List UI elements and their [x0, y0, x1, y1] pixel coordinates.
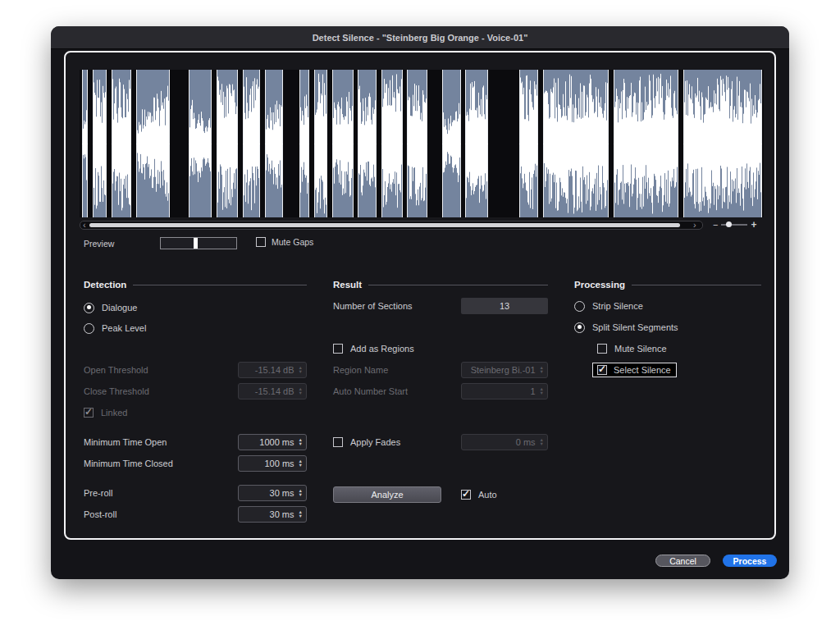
linked-checkbox: Linked — [84, 404, 307, 421]
analyze-button[interactable]: Analyze — [333, 486, 441, 503]
select-silence-checkbox[interactable]: Select Silence — [597, 362, 761, 378]
result-section: Result Number of Sections 13 Add as Regi… — [333, 279, 548, 503]
divider — [632, 285, 761, 285]
detection-section: Detection Dialogue Peak Level Open Thres… — [84, 279, 307, 523]
zoom-slider-thumb[interactable] — [726, 221, 732, 227]
analyze-row: Analyze Auto — [333, 486, 548, 503]
scroll-right-icon[interactable]: › — [693, 219, 696, 231]
divider — [133, 285, 307, 285]
open-threshold-row: Open Threshold -15.14 dB ▲▼ — [84, 361, 307, 379]
spinner-arrows-icon[interactable]: ▲▼ — [299, 459, 303, 467]
apply-fades-label: Apply Fades — [350, 437, 400, 447]
title-bar[interactable]: Detect Silence - "Steinberg Big Orange -… — [51, 26, 789, 49]
linked-label: Linked — [101, 408, 127, 418]
number-of-sections-label: Number of Sections — [333, 301, 413, 311]
auto-checkbox[interactable]: Auto — [461, 486, 497, 503]
scrollbar-thumb[interactable] — [89, 223, 680, 227]
checkbox-icon — [256, 237, 266, 247]
zoom-control: − + — [713, 219, 764, 231]
minimum-time-closed-field[interactable]: 100 ms ▲▼ — [238, 455, 307, 472]
close-threshold-row: Close Threshold -15.14 dB ▲▼ — [84, 382, 307, 400]
processing-section: Processing Strip Silence Split Silent Se… — [574, 279, 761, 378]
radio-icon — [84, 323, 94, 334]
waveform-canvas — [80, 70, 764, 217]
close-threshold-field: -15.14 dB ▲▼ — [238, 383, 307, 399]
radio-icon — [574, 301, 585, 312]
region-name-label: Region Name — [333, 365, 388, 375]
region-name-row: Region Name Steinberg Bi.-01 ▲▼ — [333, 361, 548, 379]
waveform-scrollbar: ‹ › − + — [80, 221, 764, 230]
focus-highlight: Select Silence — [592, 363, 677, 377]
radio-strip-silence[interactable]: Strip Silence — [574, 298, 761, 314]
spinner-arrows-icon: ▲▼ — [540, 438, 544, 445]
checkbox-checked-icon — [461, 490, 471, 500]
preview-slider-thumb[interactable] — [194, 238, 198, 249]
checkbox-icon — [597, 344, 607, 354]
minimum-time-open-field[interactable]: 1000 ms ▲▼ — [238, 434, 307, 450]
strip-silence-label: Strip Silence — [592, 301, 643, 311]
spinner-arrows-icon[interactable]: ▲▼ — [299, 438, 303, 445]
scroll-left-icon[interactable]: ‹ — [83, 219, 86, 231]
detection-header: Detection — [84, 279, 307, 290]
spinner-arrows-icon[interactable]: ▲▼ — [299, 489, 303, 496]
cancel-button[interactable]: Cancel — [655, 555, 710, 567]
mute-gaps-checkbox[interactable]: Mute Gaps — [256, 237, 313, 247]
pre-roll-row: Pre-roll 30 ms ▲▼ — [84, 484, 307, 502]
radio-peak-level[interactable]: Peak Level — [84, 320, 307, 336]
post-roll-label: Post-roll — [84, 509, 116, 519]
spinner-arrows-icon: ▲▼ — [540, 366, 544, 373]
waveform-display — [80, 70, 764, 217]
split-silent-segments-label: Split Silent Segments — [592, 322, 678, 332]
checkbox-checked-icon — [84, 408, 94, 418]
radio-selected-icon — [84, 303, 94, 313]
post-roll-field[interactable]: 30 ms ▲▼ — [238, 506, 307, 523]
auto-label: Auto — [478, 490, 497, 500]
zoom-slider[interactable] — [721, 224, 747, 226]
preview-volume-slider[interactable] — [160, 237, 237, 249]
spinner-arrows-icon: ▲▼ — [299, 366, 303, 373]
spinner-arrows-icon: ▲▼ — [540, 387, 544, 395]
apply-fades-row: Apply Fades 0 ms ▲▼ — [333, 433, 548, 451]
radio-dialogue-label: Dialogue — [102, 303, 137, 313]
processing-header: Processing — [574, 279, 761, 290]
auto-number-start-field: 1 ▲▼ — [461, 383, 548, 399]
preview-row: Preview Mute Gaps — [84, 237, 428, 250]
detect-silence-window: Detect Silence - "Steinberg Big Orange -… — [51, 26, 789, 579]
detection-title: Detection — [84, 280, 126, 290]
fade-length-field: 0 ms ▲▼ — [461, 434, 548, 450]
minimum-time-closed-row: Minimum Time Closed 100 ms ▲▼ — [84, 454, 307, 472]
open-threshold-field: -15.14 dB ▲▼ — [238, 362, 307, 378]
number-of-sections-row: Number of Sections 13 — [333, 298, 548, 314]
radio-split-silent-segments[interactable]: Split Silent Segments — [574, 319, 761, 336]
post-roll-row: Post-roll 30 ms ▲▼ — [84, 505, 307, 523]
mute-silence-label: Mute Silence — [614, 344, 667, 354]
result-title: Result — [333, 280, 362, 290]
select-silence-label: Select Silence — [614, 365, 671, 375]
radio-dialogue[interactable]: Dialogue — [84, 299, 307, 316]
minimum-time-open-label: Minimum Time Open — [84, 437, 167, 447]
open-threshold-label: Open Threshold — [84, 365, 148, 375]
process-button[interactable]: Process — [723, 555, 777, 567]
zoom-in-icon[interactable]: + — [751, 219, 756, 231]
add-as-regions-checkbox[interactable]: Add as Regions — [333, 340, 548, 357]
scrollbar-track[interactable]: ‹ › — [80, 221, 703, 230]
zoom-out-icon[interactable]: − — [713, 220, 718, 230]
close-threshold-label: Close Threshold — [84, 386, 149, 396]
minimum-time-open-row: Minimum Time Open 1000 ms ▲▼ — [84, 433, 307, 451]
result-header: Result — [333, 279, 548, 290]
preview-label: Preview — [84, 239, 114, 249]
spinner-arrows-icon: ▲▼ — [299, 387, 303, 395]
auto-number-start-label: Auto Number Start — [333, 386, 408, 396]
mute-silence-checkbox[interactable]: Mute Silence — [597, 340, 761, 357]
checkbox-checked-icon — [597, 365, 607, 375]
mute-gaps-label: Mute Gaps — [272, 237, 313, 247]
pre-roll-field[interactable]: 30 ms ▲▼ — [238, 485, 307, 501]
spinner-arrows-icon[interactable]: ▲▼ — [299, 510, 303, 518]
window-title: Detect Silence - "Steinberg Big Orange -… — [313, 33, 528, 43]
divider — [368, 285, 548, 285]
radio-selected-icon — [574, 322, 585, 333]
add-as-regions-label: Add as Regions — [350, 344, 414, 354]
apply-fades-checkbox[interactable]: Apply Fades — [333, 433, 400, 451]
checkbox-icon — [333, 437, 343, 447]
region-name-field: Steinberg Bi.-01 ▲▼ — [461, 362, 548, 378]
